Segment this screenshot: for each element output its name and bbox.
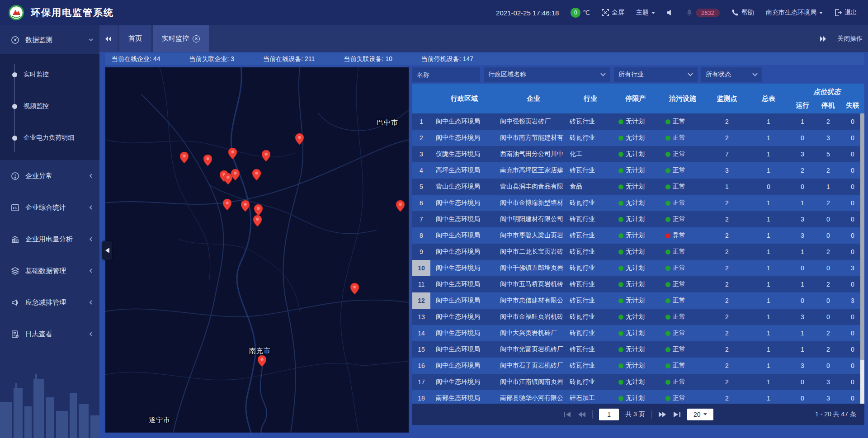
- table-row[interactable]: 7 阆中生态环境局 阆中明阳建材有限公司 砖瓦行业 无计划 正常 2 1 3 0…: [412, 211, 864, 227]
- chevron-left-icon: [89, 174, 93, 178]
- row-facility-status: 正常: [659, 248, 706, 256]
- tab-home[interactable]: 首页: [119, 25, 151, 52]
- status-dot-icon: [618, 266, 623, 271]
- row-industry: 砖瓦行业: [569, 264, 612, 272]
- status-dot-icon: [665, 363, 670, 368]
- col-region: 行政区域: [430, 84, 498, 113]
- org-dropdown[interactable]: 南充市生态环境局: [766, 9, 823, 17]
- region-select[interactable]: 行政区域名称: [484, 67, 610, 82]
- first-page-button[interactable]: [563, 411, 571, 418]
- map-pin-icon[interactable]: [262, 150, 270, 161]
- map-pin-icon[interactable]: [258, 355, 266, 367]
- map-pin-icon[interactable]: [241, 200, 250, 212]
- row-monitor-points: 2: [706, 232, 748, 239]
- row-region: 阆中生态环境局: [430, 134, 498, 142]
- logout-button[interactable]: 退出: [835, 9, 857, 17]
- page-size-select[interactable]: 20: [687, 409, 713, 420]
- table-row[interactable]: 5 营山生态环境局 营山县润丰肉食品有限 食品 无计划 正常 1 0 0 1 0: [412, 179, 864, 195]
- map-pin-icon[interactable]: [295, 133, 304, 145]
- map-pin-icon[interactable]: [231, 169, 240, 180]
- table-row[interactable]: 12 阆中生态环境局 阆中市忠信建材有限公 砖瓦行业 无计划 正常 2 1 0 …: [412, 292, 864, 309]
- row-industry: 食品: [569, 183, 612, 191]
- last-page-button[interactable]: [673, 411, 681, 418]
- map-pin-icon[interactable]: [396, 200, 405, 212]
- sidebar-item-video-monitor[interactable]: 视频监控: [0, 90, 99, 122]
- row-monitor-points: 2: [706, 134, 748, 141]
- row-running-count: 3: [789, 232, 816, 239]
- col-facility: 治污设施: [659, 84, 706, 113]
- sidebar-group-base-data[interactable]: 基础数据管理: [0, 255, 99, 287]
- map-pin-icon[interactable]: [253, 215, 262, 226]
- next-page-button[interactable]: [658, 411, 666, 418]
- table-row[interactable]: 11 阆中生态环境局 阆中市五马桥页岩机砖 砖瓦行业 无计划 正常 2 1 1 …: [412, 276, 864, 292]
- table-row[interactable]: 18 南部生态环境局 南部县驰华小河有限公 碎石加工 无计划 正常 2 1 0 …: [412, 390, 864, 404]
- theme-dropdown[interactable]: 主题: [636, 9, 655, 17]
- industry-select[interactable]: 所有行业: [614, 67, 698, 82]
- row-company: 阆中强锐页岩砖厂: [498, 118, 569, 126]
- sidebar-group-company-statistics[interactable]: 企业综合统计: [0, 192, 99, 223]
- prev-page-button[interactable]: [578, 411, 586, 418]
- close-tab-icon[interactable]: ✕: [193, 35, 200, 42]
- map-panel[interactable]: 巴中市 南充市 遂宁市: [105, 67, 409, 433]
- table-row[interactable]: 16 阆中生态环境局 阆中市石子页岩机砖厂 砖瓦行业 无计划 正常 2 1 3 …: [412, 358, 864, 374]
- total-pages-label: 共 3 页: [625, 410, 645, 419]
- map-pin-icon[interactable]: [254, 204, 263, 216]
- table-row[interactable]: 17 阆中生态环境局 阆中市江南镇阆南页岩 砖瓦行业 无计划 正常 2 1 0 …: [412, 374, 864, 390]
- map-pin-icon[interactable]: [252, 169, 261, 180]
- table-row[interactable]: 10 阆中生态环境局 阆中千佛镇五郎垭页岩 砖瓦行业 无计划 正常 2 1 0 …: [412, 260, 864, 276]
- row-stop-status: 无计划: [612, 215, 659, 223]
- map-pin-icon[interactable]: [223, 199, 231, 210]
- table-row[interactable]: 1 阆中生态环境局 阆中强锐页岩砖厂 砖瓦行业 无计划 正常 2 1 1 2 0: [412, 113, 864, 130]
- row-index: 17: [412, 374, 430, 390]
- name-search-input[interactable]: [412, 67, 480, 82]
- map-pin-icon[interactable]: [350, 283, 359, 294]
- table-row[interactable]: 2 阆中生态环境局 阆中市南方节能建材有 砖瓦行业 无计划 正常 2 1 0 3…: [412, 130, 864, 146]
- sidebar-group-company-abnormal[interactable]: 企业异常: [0, 160, 99, 192]
- sidebar-group-emergency-reduction[interactable]: 应急减排管理: [0, 287, 99, 318]
- tabs-scroll-left-button[interactable]: [99, 25, 118, 52]
- table-row[interactable]: 4 高坪生态环境局 南充市高坪区王家店建 砖瓦行业 无计划 正常 3 1 2 2…: [412, 162, 864, 179]
- row-stopped-count: 0: [816, 297, 841, 304]
- chevron-down-icon: [600, 73, 606, 76]
- map-pin-icon[interactable]: [180, 152, 189, 163]
- sidebar-item-realtime-monitor[interactable]: 实时监控: [0, 59, 99, 90]
- status-select[interactable]: 所有状态: [701, 67, 762, 82]
- double-chevron-right-icon[interactable]: [820, 36, 826, 42]
- table-row[interactable]: 9 阆中生态环境局 阆中市二龙长宝页岩砖 砖瓦行业 无计划 正常 2 1 1 2…: [412, 244, 864, 260]
- map-pin-icon[interactable]: [228, 148, 237, 159]
- row-industry: 砖瓦行业: [569, 329, 612, 337]
- close-operations-button[interactable]: 关闭操作: [837, 35, 863, 43]
- scrollbar-thumb[interactable]: [860, 113, 864, 360]
- sidebar-group-data-monitor[interactable]: 数据监测: [0, 25, 99, 54]
- map-pin-icon[interactable]: [203, 155, 212, 166]
- row-running-count: 0: [789, 297, 816, 304]
- table-row[interactable]: 8 阆中生态环境局 阆中市枣碧大梁山页岩 砖瓦行业 无计划 异常 2 1 3 0…: [412, 227, 864, 244]
- sidebar-item-power-load-detail[interactable]: 企业电力负荷明细: [0, 122, 99, 154]
- announcement-speaker-icon[interactable]: [667, 9, 674, 16]
- status-dot-icon: [618, 331, 623, 336]
- row-stopped-count: 0: [816, 232, 841, 239]
- bullet-dot-icon: [12, 104, 17, 109]
- sidebar-group-power-analysis[interactable]: 企业用电量分析: [0, 223, 99, 255]
- app: 环保用电监管系统 2021-02-25 17:46:18 0 ℃ 全屏 主题: [0, 0, 868, 438]
- chevron-down-icon: [752, 73, 758, 76]
- table-row[interactable]: 14 阆中生态环境局 阆中大兴页岩机砖厂 砖瓦行业 无计划 正常 2 1 1 2…: [412, 325, 864, 341]
- table-row[interactable]: 6 阆中生态环境局 阆中市金博瑞新型墙材 砖瓦行业 无计划 正常 2 1 1 2…: [412, 195, 864, 211]
- row-facility-status: 正常: [659, 118, 706, 126]
- notification-bell[interactable]: 2632: [686, 9, 720, 17]
- table-scrollbar[interactable]: [860, 113, 864, 404]
- fullscreen-button[interactable]: 全屏: [602, 9, 624, 17]
- table-row[interactable]: 13 阆中生态环境局 阆中市金福旺页岩机砖 砖瓦行业 无计划 正常 2 1 3 …: [412, 309, 864, 325]
- row-region: 阆中生态环境局: [430, 329, 498, 337]
- table-row[interactable]: 15 阆中生态环境局 阆中市光富页岩机砖厂 砖瓦行业 无计划 正常 2 1 1 …: [412, 341, 864, 358]
- row-stopped-count: 0: [816, 362, 841, 369]
- sidebar-group-log-view[interactable]: 日志查看: [0, 318, 99, 350]
- row-region: 阆中生态环境局: [430, 297, 498, 305]
- map-collapse-toggle[interactable]: [102, 241, 112, 260]
- row-region: 阆中生态环境局: [430, 199, 498, 207]
- row-monitor-points: 2: [706, 395, 748, 402]
- help-button[interactable]: 帮助: [731, 9, 754, 17]
- tab-realtime-monitor[interactable]: 实时监控 ✕: [153, 25, 209, 52]
- table-row[interactable]: 3 仪陇生态环境局 西南油气田分公司川中 化工 无计划 正常 7 1 3 5 0: [412, 146, 864, 162]
- page-number-input[interactable]: [599, 409, 619, 420]
